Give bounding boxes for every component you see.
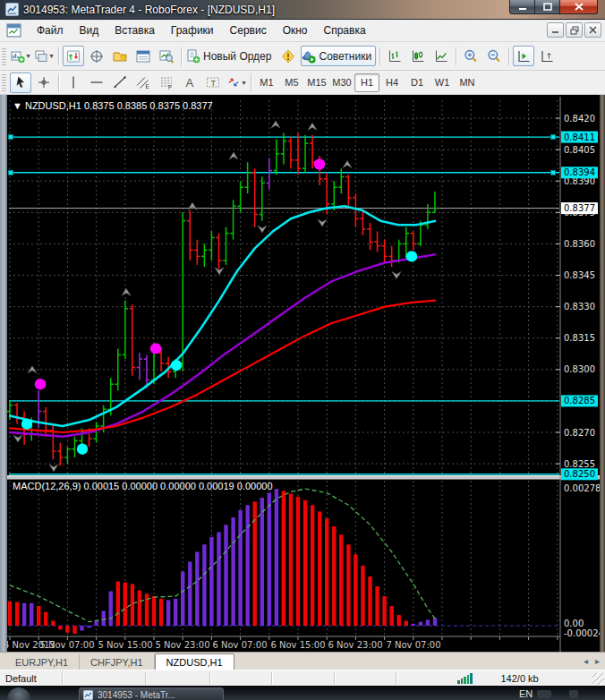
experts-button[interactable]: Советники [301, 46, 376, 66]
chart-shift-button[interactable] [536, 46, 558, 66]
toolbar-grip[interactable] [2, 47, 6, 65]
arrows-button[interactable]: ▾ [226, 73, 247, 93]
toolbar-separator [456, 47, 456, 65]
svg-text:0.8360: 0.8360 [564, 239, 595, 249]
fibo-icon: F [159, 75, 174, 90]
start-orb[interactable] [7, 687, 30, 700]
cursor-button[interactable] [10, 73, 31, 93]
timeframe-mn[interactable]: MN [455, 73, 480, 92]
zoom-out-icon [487, 49, 501, 64]
zoom-out-button[interactable] [483, 46, 505, 66]
toolbar-separator [58, 47, 59, 65]
close-button[interactable] [560, 0, 598, 14]
text-icon: A [183, 75, 197, 90]
label-icon: T [206, 75, 220, 90]
status-cell [146, 672, 210, 685]
channel-button[interactable]: E [132, 73, 154, 93]
tester-button[interactable] [156, 46, 177, 66]
auto-scroll-button[interactable] [513, 46, 534, 66]
windows-taskbar: 3014953 - MetaTr... EN [0, 686, 605, 700]
navigator-button[interactable] [109, 46, 131, 66]
metaeditor-icon [281, 49, 295, 64]
toolbar-button-label: Советники [316, 50, 375, 63]
chart-tab-eurjpy[interactable]: EURJPY,H1 [4, 654, 80, 670]
maximize-button[interactable] [535, 0, 560, 14]
metaeditor-button[interactable] [277, 46, 299, 66]
svg-text:0.8405: 0.8405 [564, 145, 595, 155]
label-button[interactable]: T [202, 73, 224, 93]
chart-tab-chfjpy[interactable]: CHFJPY,H1 [80, 654, 154, 670]
tray-icon[interactable] [569, 690, 578, 698]
toolbar-grip[interactable] [2, 73, 6, 91]
bars-type-button[interactable] [384, 46, 405, 66]
svg-text:-0.00024: -0.00024 [564, 628, 600, 638]
text-button[interactable]: A [179, 73, 200, 93]
menu-6[interactable]: Окно [275, 21, 316, 39]
traffic-counter: 142/0 kb [501, 673, 539, 684]
keyboard-layout-icon[interactable] [537, 690, 551, 698]
trendline-button[interactable] [109, 73, 131, 93]
new-order-button[interactable]: Новый Ордер [185, 46, 276, 66]
tester-icon [159, 49, 174, 64]
chart-area: 0.84200.84050.83900.83750.83600.83450.83… [0, 95, 605, 652]
data-window-button[interactable] [86, 46, 107, 66]
hline-button[interactable] [86, 73, 107, 93]
standard-toolbar: ▾▾Новый ОрдерСоветники [0, 42, 605, 71]
menu-3[interactable]: Вставка [107, 21, 163, 39]
child-restore-button[interactable] [566, 22, 583, 38]
toolbar-button-label: Новый Ордер [200, 50, 275, 63]
minimize-button[interactable] [509, 0, 535, 14]
candles-type-button[interactable] [407, 46, 429, 66]
profiles-button[interactable]: ▾ [33, 46, 55, 66]
tabs-scroll-left-icon[interactable]: ◂ [584, 656, 588, 666]
timeframe-m30[interactable]: M30 [329, 73, 354, 92]
toolbar-separator [58, 73, 59, 91]
tabs-scroll-right-icon[interactable]: ▸ [595, 656, 600, 666]
experts-icon [302, 49, 316, 64]
new-chart-button[interactable]: ▾ [10, 46, 31, 66]
language-indicator[interactable]: EN [519, 688, 533, 699]
timeframe-w1[interactable]: W1 [430, 73, 455, 92]
chart-window-icon [6, 23, 21, 38]
child-close-button[interactable] [584, 22, 601, 38]
title-bar[interactable]: 3014953: MetaTrader 4 - RoboForex - [NZD… [0, 0, 605, 20]
vline-button[interactable] [63, 73, 84, 93]
chart-tab-nzdusd[interactable]: NZDUSD,H1 [155, 653, 234, 670]
price-chart-canvas[interactable]: 0.84200.84050.83900.83750.83600.83450.83… [7, 95, 600, 652]
fibo-button[interactable]: F [156, 73, 177, 93]
timeframe-d1[interactable]: D1 [405, 73, 430, 92]
status-profile[interactable]: Default [0, 672, 63, 685]
svg-text:0.8315: 0.8315 [564, 333, 595, 343]
status-cell [210, 672, 272, 685]
menu-2[interactable]: Вид [72, 21, 107, 39]
terminal-button[interactable] [132, 46, 154, 66]
svg-text:A: A [186, 76, 194, 90]
taskbar-app-button[interactable]: 3014953 - MetaTr... [79, 687, 224, 700]
line-type-button[interactable] [430, 46, 452, 66]
svg-text:0.8420: 0.8420 [564, 114, 595, 124]
svg-text:0.8330: 0.8330 [564, 302, 595, 312]
drawing-toolbar: EFAT▾M1M5M15M30H1H4D1W1MN [0, 71, 605, 95]
data-window-icon [89, 49, 104, 64]
timeframe-h4[interactable]: H4 [379, 73, 405, 92]
arrows-icon [226, 75, 241, 90]
svg-text:6 Nov 07:00: 6 Nov 07:00 [212, 640, 267, 650]
child-minimize-button[interactable] [547, 22, 564, 38]
menu-7[interactable]: Справка [316, 21, 374, 39]
timeframe-m15[interactable]: M15 [304, 73, 329, 92]
menu-1[interactable]: Файл [29, 21, 72, 39]
toolbar-separator [251, 73, 251, 91]
timeframe-h1[interactable]: H1 [354, 73, 379, 92]
zoom-in-icon [464, 49, 478, 64]
resize-grip[interactable] [592, 673, 604, 685]
cursor-icon [13, 75, 28, 90]
timeframe-m1[interactable]: M1 [254, 73, 279, 92]
market-watch-button[interactable] [63, 46, 84, 66]
timeframe-m5[interactable]: M5 [279, 73, 304, 92]
menu-4[interactable]: Графики [163, 21, 222, 39]
chevron-down-icon: ▾ [26, 52, 30, 60]
status-cell [63, 672, 146, 685]
crosshair-button[interactable] [33, 73, 55, 93]
zoom-in-button[interactable] [460, 46, 481, 66]
menu-5[interactable]: Сервис [222, 21, 275, 39]
